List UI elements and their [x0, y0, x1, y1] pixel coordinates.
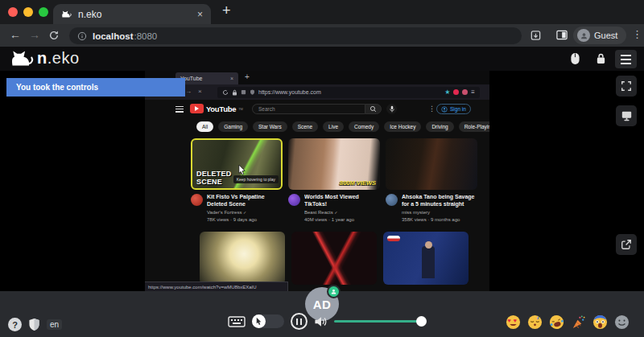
browser-tab[interactable]: n.eko × [53, 4, 211, 24]
video-title[interactable]: Worlds Most Viewed TikToks! [304, 194, 380, 208]
channel-name[interactable]: miss mystery [402, 210, 477, 216]
youtube-search-button[interactable] [365, 104, 382, 114]
svg-text:♥: ♥ [507, 318, 510, 324]
profile-avatar [577, 29, 590, 42]
youtube-options-icon[interactable]: ⋮ [428, 105, 436, 113]
address-bar[interactable]: localhost :8080 [69, 27, 522, 44]
main-area: You took the controls YouTube × + → × [0, 71, 644, 291]
verified-icon: ✓ [334, 210, 337, 215]
youtube-menu-icon[interactable] [175, 106, 184, 113]
mouse-control-icon[interactable] [570, 51, 580, 66]
reload-icon[interactable] [48, 30, 60, 41]
firefox-address-bar[interactable]: https://www.youtube.com ★ ≡ [217, 87, 480, 98]
chip-scene[interactable]: Scene [292, 121, 318, 132]
firefox-forward-icon[interactable]: → [185, 88, 192, 95]
online-presence-badge [327, 285, 341, 298]
channel-avatar[interactable] [386, 194, 398, 206]
volume-slider-knob[interactable] [416, 316, 427, 327]
shield-badge-icon [250, 89, 255, 95]
screen-settings-button[interactable] [616, 105, 637, 126]
pause-button[interactable] [291, 313, 308, 330]
firefox-account-icon[interactable] [462, 89, 468, 95]
voice-search-button[interactable] [386, 104, 397, 114]
video-card-3[interactable]: Ahsoka Tano being Savage for a 5 minutes… [386, 138, 477, 224]
video-card-2[interactable]: 800M VIEWS Worlds Most Viewed TikToks! B… [288, 138, 380, 224]
video-grid-row2 [200, 232, 469, 285]
chip-ice-hockey[interactable]: Ice Hockey [384, 121, 421, 132]
back-icon[interactable]: ← [10, 28, 21, 41]
firefox-lock-icon [232, 89, 237, 96]
video-thumbnail-6[interactable] [383, 232, 469, 285]
language-button[interactable]: en [47, 319, 62, 330]
party-popper-emoji[interactable] [571, 314, 586, 330]
chip-driving[interactable]: Driving [426, 121, 453, 132]
volume-slider[interactable] [334, 320, 421, 323]
channel-name[interactable]: Vader's Fortress ✓ [207, 210, 283, 216]
site-info-icon[interactable] [77, 31, 87, 41]
keyboard-icon[interactable] [228, 315, 246, 328]
chip-star-wars[interactable]: Star Wars [253, 121, 287, 132]
chip-comedy[interactable]: Comedy [349, 121, 379, 132]
mouse-cursor-icon [237, 164, 246, 176]
video-thumbnail-3[interactable] [386, 138, 477, 190]
video-title[interactable]: Kit Fisto Vs Palpatine Deleted Scene [207, 194, 283, 208]
video-thumbnail-2[interactable]: 800M VIEWS [288, 138, 380, 190]
neko-menu-button[interactable] [615, 50, 637, 68]
maximize-window-button[interactable] [39, 7, 48, 17]
heart-eyes-emoji[interactable]: ♥♥ [506, 314, 521, 330]
neko-header: n.eko [0, 47, 644, 71]
install-app-icon[interactable] [530, 29, 542, 41]
mic-icon [389, 105, 395, 113]
profile-button[interactable]: Guest [573, 27, 626, 44]
video-thumbnail-4[interactable] [200, 232, 285, 285]
youtube-search-input[interactable] [252, 104, 365, 114]
browser-menu-icon[interactable]: ⋮ [632, 28, 642, 40]
close-tab-icon[interactable]: × [197, 9, 203, 20]
hover-tooltip: Keep hovering to play [233, 175, 279, 183]
channel-avatar[interactable] [191, 194, 203, 206]
channel-name[interactable]: Beast Reacts ✓ [304, 210, 380, 216]
firefox-new-tab-button[interactable]: + [245, 72, 250, 81]
shield-icon[interactable] [28, 318, 40, 331]
chip-live[interactable]: Live [323, 121, 344, 132]
open-external-button[interactable] [616, 234, 637, 255]
chip-role-playing-games[interactable]: Role-Playing Games [459, 121, 489, 132]
profile-label: Guest [594, 31, 617, 40]
rofl-emoji[interactable] [549, 314, 564, 330]
volume-icon[interactable] [314, 315, 328, 328]
remote-screen[interactable]: YouTube × + → × https://www.youtube.com … [145, 71, 489, 291]
video-title[interactable]: Ahsoka Tano being Savage for a 5 minutes… [402, 194, 477, 208]
person-icon [580, 31, 588, 40]
sign-in-button[interactable]: Sign in [436, 104, 471, 114]
minimize-window-button[interactable] [23, 7, 33, 17]
recording-indicator-icon [453, 89, 459, 95]
firefox-reload-icon[interactable] [222, 89, 229, 96]
lock-icon[interactable] [596, 51, 606, 65]
forward-icon[interactable]: → [29, 28, 40, 41]
youtube-page: YouTube TM ⋮ Sign in [145, 100, 489, 291]
fullscreen-button[interactable] [616, 76, 637, 97]
close-window-button[interactable] [8, 7, 18, 17]
chip-all[interactable]: All [196, 121, 213, 132]
video-thumbnail-5[interactable] [291, 232, 377, 285]
firefox-menu-icon[interactable]: ≡ [471, 88, 475, 96]
channel-avatar[interactable] [288, 194, 300, 206]
sleeping-emoji[interactable]: z [527, 314, 543, 330]
chip-gaming[interactable]: Gaming [218, 121, 248, 132]
control-lock-toggle[interactable] [252, 314, 284, 328]
scream-emoji[interactable] [592, 314, 608, 330]
firefox-stop-icon[interactable]: × [198, 88, 202, 95]
emoji-picker-button[interactable] [614, 314, 630, 330]
youtube-trademark: TM [238, 107, 243, 111]
neko-favicon-icon [61, 10, 72, 18]
bookmark-star-icon[interactable]: ★ [444, 88, 450, 96]
video-thumbnail-1[interactable]: DELETED SCENE Keep hovering to play [191, 138, 283, 190]
help-button[interactable]: ? [8, 318, 22, 331]
video-card-1[interactable]: DELETED SCENE Keep hovering to play Kit … [191, 138, 283, 224]
new-tab-button[interactable]: + [222, 2, 231, 19]
firefox-close-tab-icon[interactable]: × [230, 76, 233, 81]
url-host: localhost [93, 31, 133, 41]
youtube-wordmark: YouTube [206, 105, 236, 113]
sidebar-toggle-icon[interactable] [555, 29, 568, 41]
youtube-logo[interactable]: YouTube TM [190, 104, 243, 113]
